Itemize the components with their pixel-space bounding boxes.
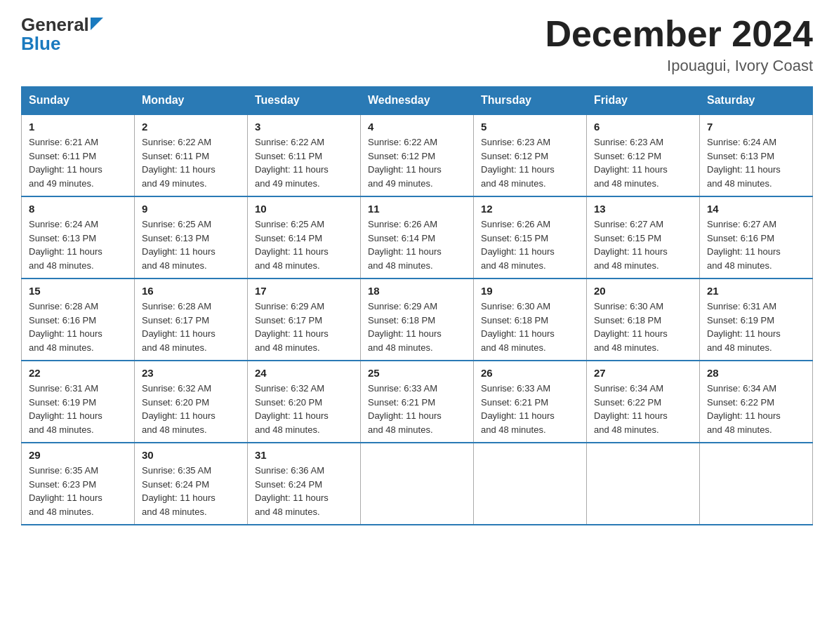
day-number: 19 bbox=[481, 285, 579, 297]
day-info: Sunrise: 6:30 AMSunset: 6:18 PMDaylight:… bbox=[481, 300, 579, 354]
calendar-week-row: 22Sunrise: 6:31 AMSunset: 6:19 PMDayligh… bbox=[22, 361, 813, 443]
day-number: 9 bbox=[142, 203, 240, 215]
calendar-cell: 7Sunrise: 6:24 AMSunset: 6:13 PMDaylight… bbox=[700, 114, 813, 196]
column-header-sunday: Sunday bbox=[22, 87, 135, 115]
day-number: 3 bbox=[255, 121, 353, 133]
day-info: Sunrise: 6:32 AMSunset: 6:20 PMDaylight:… bbox=[255, 382, 353, 436]
day-number: 31 bbox=[255, 449, 353, 461]
day-info: Sunrise: 6:25 AMSunset: 6:13 PMDaylight:… bbox=[142, 217, 240, 272]
day-info: Sunrise: 6:31 AMSunset: 6:19 PMDaylight:… bbox=[29, 382, 127, 436]
subtitle: Ipouagui, Ivory Coast bbox=[545, 57, 813, 75]
calendar-cell: 12Sunrise: 6:26 AMSunset: 6:15 PMDayligh… bbox=[474, 196, 587, 279]
day-info: Sunrise: 6:21 AMSunset: 6:11 PMDaylight:… bbox=[29, 135, 127, 190]
day-number: 26 bbox=[481, 367, 579, 379]
calendar-cell: 22Sunrise: 6:31 AMSunset: 6:19 PMDayligh… bbox=[22, 361, 135, 443]
calendar-cell: 18Sunrise: 6:29 AMSunset: 6:18 PMDayligh… bbox=[361, 279, 474, 361]
day-info: Sunrise: 6:22 AMSunset: 6:11 PMDaylight:… bbox=[142, 135, 240, 190]
page-header: General Blue December 2024 Ipouagui, Ivo… bbox=[21, 14, 813, 75]
day-number: 30 bbox=[142, 449, 240, 461]
calendar-week-row: 15Sunrise: 6:28 AMSunset: 6:16 PMDayligh… bbox=[22, 279, 813, 361]
day-info: Sunrise: 6:27 AMSunset: 6:15 PMDaylight:… bbox=[594, 217, 692, 272]
calendar-cell: 8Sunrise: 6:24 AMSunset: 6:13 PMDaylight… bbox=[22, 196, 135, 279]
calendar-cell bbox=[474, 443, 587, 525]
day-info: Sunrise: 6:23 AMSunset: 6:12 PMDaylight:… bbox=[594, 135, 692, 190]
day-info: Sunrise: 6:27 AMSunset: 6:16 PMDaylight:… bbox=[707, 217, 805, 272]
day-number: 8 bbox=[29, 203, 127, 215]
column-header-thursday: Thursday bbox=[474, 87, 587, 115]
day-number: 14 bbox=[707, 203, 805, 215]
calendar-cell bbox=[361, 443, 474, 525]
day-info: Sunrise: 6:31 AMSunset: 6:19 PMDaylight:… bbox=[707, 300, 805, 354]
day-info: Sunrise: 6:26 AMSunset: 6:15 PMDaylight:… bbox=[481, 217, 579, 272]
day-number: 28 bbox=[707, 367, 805, 379]
day-number: 7 bbox=[707, 121, 805, 133]
day-info: Sunrise: 6:34 AMSunset: 6:22 PMDaylight:… bbox=[594, 382, 692, 436]
day-number: 15 bbox=[29, 285, 127, 297]
day-info: Sunrise: 6:29 AMSunset: 6:17 PMDaylight:… bbox=[255, 300, 353, 354]
day-number: 11 bbox=[368, 203, 466, 215]
calendar-cell: 16Sunrise: 6:28 AMSunset: 6:17 PMDayligh… bbox=[135, 279, 248, 361]
day-number: 4 bbox=[368, 121, 466, 133]
day-number: 2 bbox=[142, 121, 240, 133]
column-header-friday: Friday bbox=[587, 87, 700, 115]
title-block: December 2024 Ipouagui, Ivory Coast bbox=[545, 14, 813, 75]
day-info: Sunrise: 6:33 AMSunset: 6:21 PMDaylight:… bbox=[481, 382, 579, 436]
calendar-cell: 31Sunrise: 6:36 AMSunset: 6:24 PMDayligh… bbox=[248, 443, 361, 525]
calendar-cell: 3Sunrise: 6:22 AMSunset: 6:11 PMDaylight… bbox=[248, 114, 361, 196]
day-info: Sunrise: 6:24 AMSunset: 6:13 PMDaylight:… bbox=[29, 217, 127, 272]
day-info: Sunrise: 6:33 AMSunset: 6:21 PMDaylight:… bbox=[368, 382, 466, 436]
day-info: Sunrise: 6:29 AMSunset: 6:18 PMDaylight:… bbox=[368, 300, 466, 354]
column-header-tuesday: Tuesday bbox=[248, 87, 361, 115]
calendar-cell: 2Sunrise: 6:22 AMSunset: 6:11 PMDaylight… bbox=[135, 114, 248, 196]
day-number: 12 bbox=[481, 203, 579, 215]
logo: General Blue bbox=[21, 14, 103, 55]
calendar-cell: 14Sunrise: 6:27 AMSunset: 6:16 PMDayligh… bbox=[700, 196, 813, 279]
calendar-cell: 25Sunrise: 6:33 AMSunset: 6:21 PMDayligh… bbox=[361, 361, 474, 443]
day-number: 5 bbox=[481, 121, 579, 133]
calendar-week-row: 29Sunrise: 6:35 AMSunset: 6:23 PMDayligh… bbox=[22, 443, 813, 525]
day-number: 10 bbox=[255, 203, 353, 215]
calendar-cell: 15Sunrise: 6:28 AMSunset: 6:16 PMDayligh… bbox=[22, 279, 135, 361]
day-info: Sunrise: 6:24 AMSunset: 6:13 PMDaylight:… bbox=[707, 135, 805, 190]
day-number: 18 bbox=[368, 285, 466, 297]
calendar-cell bbox=[700, 443, 813, 525]
day-info: Sunrise: 6:35 AMSunset: 6:24 PMDaylight:… bbox=[142, 464, 240, 518]
main-title: December 2024 bbox=[545, 14, 813, 54]
calendar-cell: 9Sunrise: 6:25 AMSunset: 6:13 PMDaylight… bbox=[135, 196, 248, 279]
day-number: 22 bbox=[29, 367, 127, 379]
calendar-cell: 26Sunrise: 6:33 AMSunset: 6:21 PMDayligh… bbox=[474, 361, 587, 443]
day-number: 29 bbox=[29, 449, 127, 461]
calendar-week-row: 1Sunrise: 6:21 AMSunset: 6:11 PMDaylight… bbox=[22, 114, 813, 196]
calendar-cell: 29Sunrise: 6:35 AMSunset: 6:23 PMDayligh… bbox=[22, 443, 135, 525]
column-header-wednesday: Wednesday bbox=[361, 87, 474, 115]
calendar-cell: 1Sunrise: 6:21 AMSunset: 6:11 PMDaylight… bbox=[22, 114, 135, 196]
day-number: 27 bbox=[594, 367, 692, 379]
calendar-cell: 17Sunrise: 6:29 AMSunset: 6:17 PMDayligh… bbox=[248, 279, 361, 361]
day-number: 24 bbox=[255, 367, 353, 379]
calendar-cell: 28Sunrise: 6:34 AMSunset: 6:22 PMDayligh… bbox=[700, 361, 813, 443]
day-info: Sunrise: 6:30 AMSunset: 6:18 PMDaylight:… bbox=[594, 300, 692, 354]
calendar-cell: 4Sunrise: 6:22 AMSunset: 6:12 PMDaylight… bbox=[361, 114, 474, 196]
calendar-cell: 6Sunrise: 6:23 AMSunset: 6:12 PMDaylight… bbox=[587, 114, 700, 196]
day-info: Sunrise: 6:22 AMSunset: 6:11 PMDaylight:… bbox=[255, 135, 353, 190]
calendar-cell: 10Sunrise: 6:25 AMSunset: 6:14 PMDayligh… bbox=[248, 196, 361, 279]
calendar-cell: 20Sunrise: 6:30 AMSunset: 6:18 PMDayligh… bbox=[587, 279, 700, 361]
calendar-cell: 30Sunrise: 6:35 AMSunset: 6:24 PMDayligh… bbox=[135, 443, 248, 525]
calendar-week-row: 8Sunrise: 6:24 AMSunset: 6:13 PMDaylight… bbox=[22, 196, 813, 279]
column-header-monday: Monday bbox=[135, 87, 248, 115]
day-info: Sunrise: 6:28 AMSunset: 6:16 PMDaylight:… bbox=[29, 300, 127, 354]
day-info: Sunrise: 6:26 AMSunset: 6:14 PMDaylight:… bbox=[368, 217, 466, 272]
logo-arrow-icon bbox=[91, 18, 103, 30]
calendar-cell: 11Sunrise: 6:26 AMSunset: 6:14 PMDayligh… bbox=[361, 196, 474, 279]
day-info: Sunrise: 6:28 AMSunset: 6:17 PMDaylight:… bbox=[142, 300, 240, 354]
calendar-cell: 19Sunrise: 6:30 AMSunset: 6:18 PMDayligh… bbox=[474, 279, 587, 361]
day-number: 16 bbox=[142, 285, 240, 297]
day-number: 6 bbox=[594, 121, 692, 133]
day-number: 20 bbox=[594, 285, 692, 297]
day-info: Sunrise: 6:32 AMSunset: 6:20 PMDaylight:… bbox=[142, 382, 240, 436]
logo-blue-text: Blue bbox=[21, 33, 60, 55]
day-info: Sunrise: 6:34 AMSunset: 6:22 PMDaylight:… bbox=[707, 382, 805, 436]
day-number: 21 bbox=[707, 285, 805, 297]
day-info: Sunrise: 6:23 AMSunset: 6:12 PMDaylight:… bbox=[481, 135, 579, 190]
day-number: 1 bbox=[29, 121, 127, 133]
